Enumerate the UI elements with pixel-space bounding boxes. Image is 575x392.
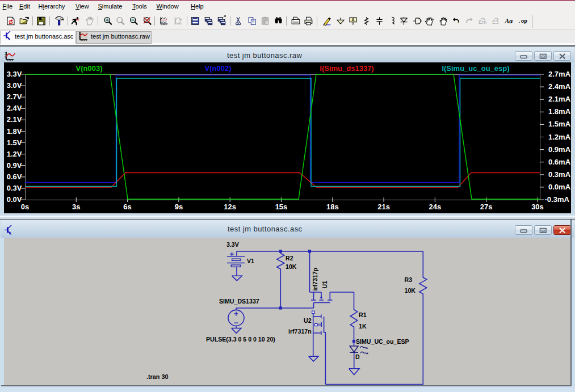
svg-text:3.3V: 3.3V bbox=[226, 241, 239, 248]
svg-text:10K: 10K bbox=[286, 263, 297, 270]
svg-text:.tran 30: .tran 30 bbox=[146, 373, 168, 380]
svg-text:R3: R3 bbox=[405, 276, 413, 283]
svg-text:irf7317p: irf7317p bbox=[312, 267, 318, 290]
svg-text:R1: R1 bbox=[359, 311, 367, 318]
svg-text:10K: 10K bbox=[405, 287, 416, 294]
svg-text:1K: 1K bbox=[359, 323, 367, 330]
svg-text:U2: U2 bbox=[304, 317, 312, 324]
svg-text:irf7317n: irf7317n bbox=[288, 328, 312, 335]
svg-text:SIMU_DS1337: SIMU_DS1337 bbox=[219, 298, 259, 305]
svg-text:U1: U1 bbox=[321, 281, 328, 289]
svg-text:V1: V1 bbox=[247, 258, 254, 264]
svg-text:D: D bbox=[355, 353, 360, 360]
svg-text:PULSE(3.3 0 5 0 0 10 20): PULSE(3.3 0 5 0 0 10 20) bbox=[206, 336, 275, 343]
svg-text:SIMU_UC_ou_ESP: SIMU_UC_ou_ESP bbox=[356, 338, 409, 345]
svg-text:R2: R2 bbox=[286, 255, 293, 262]
